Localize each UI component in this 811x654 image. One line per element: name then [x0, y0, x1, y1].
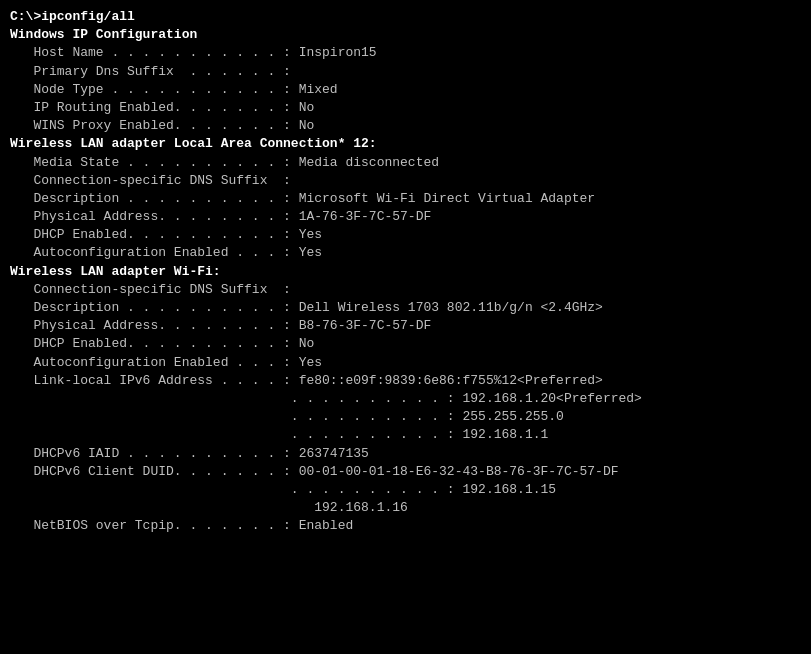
terminal-line-ipv4: . . . . . . . . . . : 192.168.1.20<Prefe… [10, 390, 801, 408]
terminal-line-dhcpv6-duid: DHCPv6 Client DUID. . . . . . . : 00-01-… [10, 463, 801, 481]
terminal-line-conn-dns1: Connection-specific DNS Suffix : [10, 172, 801, 190]
terminal-line-wins-proxy: WINS Proxy Enabled. . . . . . . : No [10, 117, 801, 135]
terminal-line-dhcp2: DHCP Enabled. . . . . . . . . . : No [10, 335, 801, 353]
terminal-line-dhcp1: DHCP Enabled. . . . . . . . . . : Yes [10, 226, 801, 244]
terminal-line-dhcpv6-iaid: DHCPv6 IAID . . . . . . . . . . : 263747… [10, 445, 801, 463]
terminal-line-wlan-wifi: Wireless LAN adapter Wi-Fi: [10, 263, 801, 281]
terminal-line-win-ip: Windows IP Configuration [10, 26, 801, 44]
terminal-line-ipv6: Link-local IPv6 Address . . . . : fe80::… [10, 372, 801, 390]
terminal-line-phys1: Physical Address. . . . . . . . : 1A-76-… [10, 208, 801, 226]
terminal-window: C:\>ipconfig/allWindows IP Configuration… [10, 8, 801, 535]
terminal-line-dns-suffix: Primary Dns Suffix . . . . . . : [10, 63, 801, 81]
terminal-line-desc2: Description . . . . . . . . . . : Dell W… [10, 299, 801, 317]
terminal-line-cmd: C:\>ipconfig/all [10, 8, 801, 26]
terminal-line-wlan-local: Wireless LAN adapter Local Area Connecti… [10, 135, 801, 153]
terminal-line-dns1: . . . . . . . . . . : 192.168.1.15 [10, 481, 801, 499]
terminal-line-dns2: 192.168.1.16 [10, 499, 801, 517]
terminal-line-node-type: Node Type . . . . . . . . . . . : Mixed [10, 81, 801, 99]
terminal-line-phys2: Physical Address. . . . . . . . : B8-76-… [10, 317, 801, 335]
terminal-line-gateway: . . . . . . . . . . : 192.168.1.1 [10, 426, 801, 444]
terminal-line-media-state: Media State . . . . . . . . . . : Media … [10, 154, 801, 172]
terminal-line-hostname: Host Name . . . . . . . . . . . : Inspir… [10, 44, 801, 62]
terminal-line-netbios: NetBIOS over Tcpip. . . . . . . : Enable… [10, 517, 801, 535]
terminal-line-ip-routing: IP Routing Enabled. . . . . . . : No [10, 99, 801, 117]
terminal-line-conn-dns2: Connection-specific DNS Suffix : [10, 281, 801, 299]
terminal-line-autoconf1: Autoconfiguration Enabled . . . : Yes [10, 244, 801, 262]
terminal-line-autoconf2: Autoconfiguration Enabled . . . : Yes [10, 354, 801, 372]
terminal-line-desc1: Description . . . . . . . . . . : Micros… [10, 190, 801, 208]
terminal-line-subnet: . . . . . . . . . . : 255.255.255.0 [10, 408, 801, 426]
